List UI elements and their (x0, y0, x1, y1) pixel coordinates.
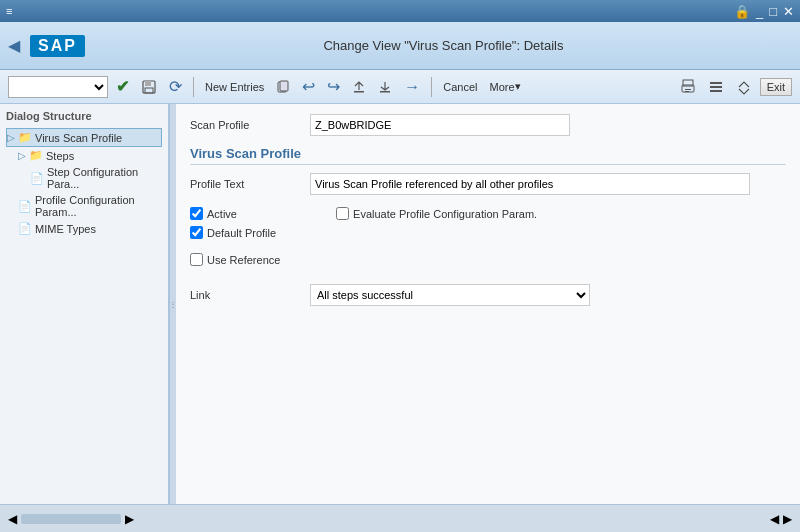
sap-logo: SAP (30, 35, 85, 57)
redo-button[interactable]: ↪ (323, 75, 344, 98)
sap-header: ◀ SAP Change View "Virus Scan Profile": … (0, 22, 800, 70)
default-profile-label: Default Profile (207, 227, 276, 239)
expand-button[interactable] (732, 77, 756, 97)
default-profile-checkbox[interactable] (190, 226, 203, 239)
svg-rect-12 (710, 86, 722, 88)
folder-icon-steps: 📁 (29, 149, 43, 162)
check-button[interactable]: ✔ (112, 75, 133, 98)
copy-button[interactable] (272, 78, 294, 96)
settings-button[interactable] (704, 77, 728, 97)
scroll-left-icon[interactable]: ◀ (8, 512, 17, 526)
upload-button[interactable] (348, 78, 370, 96)
page-icon-step-config: 📄 (30, 172, 44, 185)
link-row: Link All steps successful Any step succe… (190, 284, 786, 306)
separator-1 (193, 77, 194, 97)
right-panel: Scan Profile Virus Scan Profile Profile … (176, 104, 800, 504)
tree-item-steps[interactable]: ▷ 📁 Steps (6, 147, 162, 164)
status-bar: ◀ ▶ ◀ ▶ (0, 504, 800, 532)
tree-item-profile-config[interactable]: 📄 Profile Configuration Param... (6, 192, 162, 220)
folder-icon: 📁 (18, 131, 32, 144)
save-button[interactable] (137, 77, 161, 97)
svg-rect-13 (710, 90, 722, 92)
tree-label-step-config: Step Configuration Para... (47, 166, 162, 190)
svg-rect-11 (710, 82, 722, 84)
tree-label-profile-config: Profile Configuration Param... (35, 194, 162, 218)
use-reference-checkbox[interactable] (190, 253, 203, 266)
section-title: Virus Scan Profile (190, 146, 786, 165)
title-bar: ≡ 🔒 _ □ ✕ (0, 0, 800, 22)
separator-2 (431, 77, 432, 97)
tree-expand-icon-steps: ▷ (18, 150, 26, 161)
close-button[interactable]: ✕ (783, 4, 794, 19)
toolbar: ✔ ⟳ New Entries ↩ ↪ → Cancel More▾ Exit (0, 70, 800, 104)
arrow-button[interactable]: → (400, 76, 424, 98)
tree-expand-icon: ▷ (7, 132, 15, 143)
active-checkbox-row: Active (190, 207, 276, 220)
page-icon-profile-config: 📄 (18, 200, 32, 213)
tree-label-steps: Steps (46, 150, 74, 162)
tree-label-mime-types: MIME Types (35, 223, 96, 235)
undo-button[interactable]: ↩ (298, 75, 319, 98)
scroll-bar[interactable] (21, 514, 121, 524)
profile-text-label: Profile Text (190, 178, 310, 190)
use-reference-label: Use Reference (207, 254, 280, 266)
print-button[interactable] (676, 77, 700, 97)
active-checkbox[interactable] (190, 207, 203, 220)
nav-right-icon[interactable]: ▶ (783, 512, 792, 526)
back-button[interactable]: ◀ (8, 36, 20, 55)
evaluate-checkbox[interactable] (336, 207, 349, 220)
use-reference-checkbox-row: Use Reference (190, 253, 786, 266)
page-icon-mime-types: 📄 (18, 222, 32, 235)
download-button[interactable] (374, 78, 396, 96)
link-select[interactable]: All steps successful Any step successful… (310, 284, 590, 306)
dialog-structure-title: Dialog Structure (6, 110, 162, 122)
link-label: Link (190, 289, 310, 301)
toolbar-right: Exit (676, 77, 792, 97)
checkbox-area: Active Default Profile Evaluate Profile … (190, 207, 786, 239)
svg-rect-9 (685, 89, 691, 90)
scroll-right-icon[interactable]: ▶ (125, 512, 134, 526)
left-panel: Dialog Structure ▷ 📁 Virus Scan Profile … (0, 104, 170, 504)
nav-left-icon[interactable]: ◀ (770, 512, 779, 526)
page-title: Change View "Virus Scan Profile": Detail… (95, 38, 792, 53)
exit-button[interactable]: Exit (760, 78, 792, 96)
tree-label-virus-scan-profile: Virus Scan Profile (35, 132, 122, 144)
svg-rect-5 (354, 91, 364, 93)
svg-rect-10 (685, 91, 689, 92)
scan-profile-input[interactable] (310, 114, 570, 136)
svg-rect-2 (145, 88, 153, 93)
scan-profile-label: Scan Profile (190, 119, 310, 131)
cancel-button[interactable]: Cancel (439, 79, 481, 95)
refresh-button[interactable]: ⟳ (165, 75, 186, 98)
profile-text-row: Profile Text (190, 173, 786, 195)
minimize-button[interactable]: _ (756, 4, 763, 19)
lock-icon: 🔒 (734, 4, 750, 19)
tree-item-mime-types[interactable]: 📄 MIME Types (6, 220, 162, 237)
toolbar-select[interactable] (8, 76, 108, 98)
main-layout: Dialog Structure ▷ 📁 Virus Scan Profile … (0, 104, 800, 504)
active-label: Active (207, 208, 237, 220)
svg-rect-4 (280, 81, 288, 91)
tree-item-step-config[interactable]: 📄 Step Configuration Para... (6, 164, 162, 192)
evaluate-checkbox-row: Evaluate Profile Configuration Param. (336, 207, 537, 220)
profile-text-input[interactable] (310, 173, 750, 195)
svg-rect-6 (380, 91, 390, 93)
tree-item-virus-scan-profile[interactable]: ▷ 📁 Virus Scan Profile (6, 128, 162, 147)
evaluate-label: Evaluate Profile Configuration Param. (353, 208, 537, 220)
new-entries-button[interactable]: New Entries (201, 79, 268, 95)
scan-profile-row: Scan Profile (190, 114, 786, 136)
default-profile-checkbox-row: Default Profile (190, 226, 276, 239)
more-menu[interactable]: More▾ (486, 78, 525, 95)
maximize-button[interactable]: □ (769, 4, 777, 19)
svg-rect-1 (145, 81, 151, 86)
menu-icon[interactable]: ≡ (6, 5, 12, 17)
